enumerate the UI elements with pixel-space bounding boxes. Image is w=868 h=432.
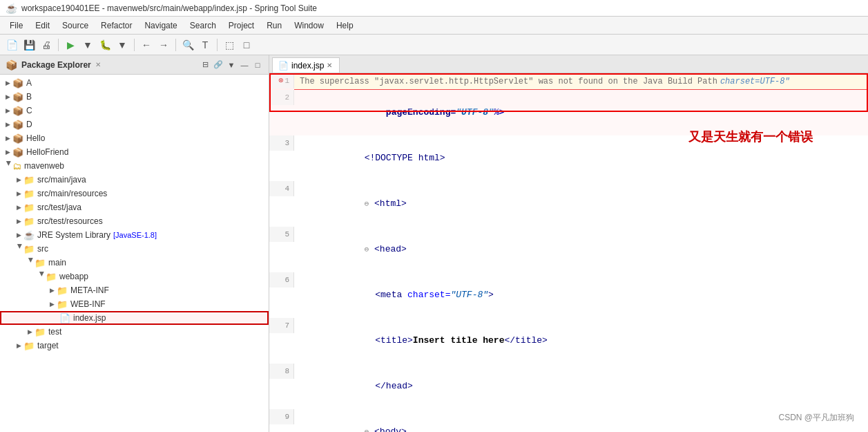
arrow-target: ▶ <box>14 341 23 350</box>
tree-item-test[interactable]: ▶ 📁 test <box>0 325 269 339</box>
tree-item-mavenweb[interactable]: ▶ 🗂 mavenweb <box>0 159 269 173</box>
line3-doctype: <!DOCTYPE html> <box>365 153 445 163</box>
maximize-panel-button[interactable]: □ <box>252 59 263 71</box>
code-line-6: 6 <meta charset="UTF-8"> <box>269 272 868 318</box>
line-code-3: <!DOCTYPE html> <box>294 135 868 181</box>
tree-item-target[interactable]: ▶ 📁 target <box>0 339 269 353</box>
line-code-2: pageEncoding="UTF-8"%> <box>294 90 868 135</box>
open-persp-button[interactable]: ⬚ <box>222 37 237 53</box>
line-code-6: <meta charset="UTF-8"> <box>294 272 868 318</box>
tree-item-META-INF[interactable]: ▶ 📁 META-INF <box>0 283 269 297</box>
debug-button[interactable]: 🐛 <box>97 37 113 53</box>
tree-item-src-test-java[interactable]: ▶ 📁 src/test/java <box>0 200 269 214</box>
code-line-5: 5 ⊖ <head> <box>269 227 868 272</box>
menu-refactor[interactable]: Refactor <box>95 19 137 32</box>
arrow-B: ▶ <box>3 92 12 102</box>
tree-item-jre[interactable]: ▶ ☕ JRE System Library [JavaSE-1.8] <box>0 228 269 242</box>
menu-edit[interactable]: Edit <box>30 19 55 32</box>
line-gutter-9: 9 <box>269 409 294 424</box>
label-src-folder: src <box>37 244 48 254</box>
tree-item-src-folder[interactable]: ▶ 📁 src <box>0 242 269 256</box>
run-button[interactable]: ▶ <box>63 37 78 53</box>
line-number-7: 7 <box>284 318 289 333</box>
search-button[interactable]: 🔍 <box>180 37 195 53</box>
menu-project[interactable]: Project <box>223 19 260 32</box>
print-button[interactable]: 🖨 <box>39 37 54 53</box>
line-number-8: 8 <box>284 364 289 379</box>
label-src-main-resources: src/main/resources <box>37 189 107 198</box>
tree-item-C[interactable]: ▶ 📦 C <box>0 104 269 118</box>
tree-item-src-main-resources[interactable]: ▶ 📁 src/main/resources <box>0 187 269 200</box>
toolbar: 📄 💾 🖨 ▶ ▼ 🐛 ▼ ← → 🔍 T ⬚ □ <box>0 35 868 55</box>
tree-item-WEB-INF[interactable]: ▶ 📁 WEB-INF <box>0 297 269 311</box>
line-gutter-3: 3 <box>269 135 294 151</box>
editor-tab-index-jsp[interactable]: 📄 index.jsp ✕ <box>272 57 340 73</box>
menu-navigate[interactable]: Navigate <box>139 19 182 32</box>
tree-item-src-main-java[interactable]: ▶ 📁 src/main/java <box>0 173 269 187</box>
line-gutter-6: 6 <box>269 272 294 288</box>
line5-head: <head> <box>369 244 407 254</box>
tree-view[interactable]: ▶ 📦 A ▶ 📦 B ▶ 📦 C ▶ 📦 D <box>0 75 269 432</box>
debug-dropdown[interactable]: ▼ <box>115 37 130 53</box>
editor-content[interactable]: ⊗ 1 The superclass "javax.servlet.http.H… <box>269 73 868 432</box>
label-target: target <box>37 341 59 350</box>
line6-meta: <meta <box>365 290 407 300</box>
open-type-button[interactable]: T <box>197 37 213 53</box>
run-dropdown[interactable]: ▼ <box>80 37 95 53</box>
tree-item-A[interactable]: ▶ 📦 A <box>0 76 269 90</box>
menu-window[interactable]: Window <box>289 19 329 32</box>
label-src-main-java: src/main/java <box>37 175 86 185</box>
line4-html: <html> <box>369 198 407 209</box>
code-line-4: 4 ⊖ <html> <box>269 181 868 227</box>
label-D: D <box>26 120 32 129</box>
line-number-3: 3 <box>284 135 289 151</box>
arrow-src-main-resources: ▶ <box>14 189 23 198</box>
menu-source[interactable]: Source <box>57 19 94 32</box>
arrow-src-folder: ▶ <box>14 244 23 254</box>
panel-badge: ✕ <box>95 61 101 68</box>
tree-item-HelloFriend[interactable]: ▶ 📦 HelloFriend <box>0 145 269 159</box>
icon-mavenweb: 🗂 <box>12 161 21 171</box>
package-explorer-title: Package Explorer <box>21 60 91 70</box>
line-code-9: ⊖ <body> <box>294 409 868 432</box>
toolbar-sep-3 <box>175 39 176 51</box>
title-bar: ☕ workspace190401EE - mavenweb/src/main/… <box>0 0 868 17</box>
prev-edit-button[interactable]: ← <box>139 37 154 53</box>
code-line-7: 7 <title>Insert title here</title> <box>269 318 868 364</box>
error-message-text: The superclass "javax.servlet.http.HttpS… <box>300 74 717 89</box>
link-editor-button[interactable]: 🔗 <box>213 59 224 71</box>
line6-attr: charset= <box>407 290 450 300</box>
tree-item-D[interactable]: ▶ 📦 D <box>0 118 269 131</box>
panel-actions: ⊟ 🔗 ▼ — □ <box>200 59 263 71</box>
arrow-main: ▶ <box>25 258 35 267</box>
tab-close-button[interactable]: ✕ <box>327 62 332 69</box>
tree-item-B[interactable]: ▶ 📦 B <box>0 90 269 104</box>
menu-search[interactable]: Search <box>184 19 222 32</box>
menu-help[interactable]: Help <box>331 19 359 32</box>
tree-item-main-folder[interactable]: ▶ 📁 main <box>0 256 269 270</box>
code-line-3: 3 <!DOCTYPE html> <box>269 135 868 181</box>
tree-item-src-test-resources[interactable]: ▶ 📁 src/test/resources <box>0 214 269 228</box>
icon-test: 📁 <box>35 327 46 337</box>
tree-item-Hello[interactable]: ▶ 📦 Hello <box>0 131 269 145</box>
icon-Hello: 📦 <box>12 133 23 144</box>
toolbar-sep-2 <box>134 39 135 51</box>
save-button[interactable]: 💾 <box>21 37 37 53</box>
line-code-8: </head> <box>294 364 868 409</box>
collapse-all-button[interactable]: ⊟ <box>200 59 211 71</box>
menu-run[interactable]: Run <box>261 19 287 32</box>
menu-file[interactable]: File <box>4 19 28 32</box>
view-menu-button[interactable]: ▼ <box>226 59 237 71</box>
next-edit-button[interactable]: → <box>156 37 171 53</box>
tree-item-webapp-folder[interactable]: ▶ 📁 webapp <box>0 270 269 283</box>
arrow-C: ▶ <box>3 106 12 115</box>
line-gutter-5: 5 <box>269 227 294 242</box>
line2-close: %> <box>494 107 505 118</box>
label-main-folder: main <box>48 258 66 267</box>
code-area: ⊗ 1 The superclass "javax.servlet.http.H… <box>269 73 868 432</box>
maximize-button[interactable]: □ <box>239 37 254 53</box>
new-button[interactable]: 📄 <box>4 37 19 53</box>
line7-title-text: Insert title here <box>413 335 505 346</box>
tree-item-index-jsp[interactable]: 📄 index.jsp <box>0 311 269 325</box>
minimize-panel-button[interactable]: — <box>239 59 250 71</box>
